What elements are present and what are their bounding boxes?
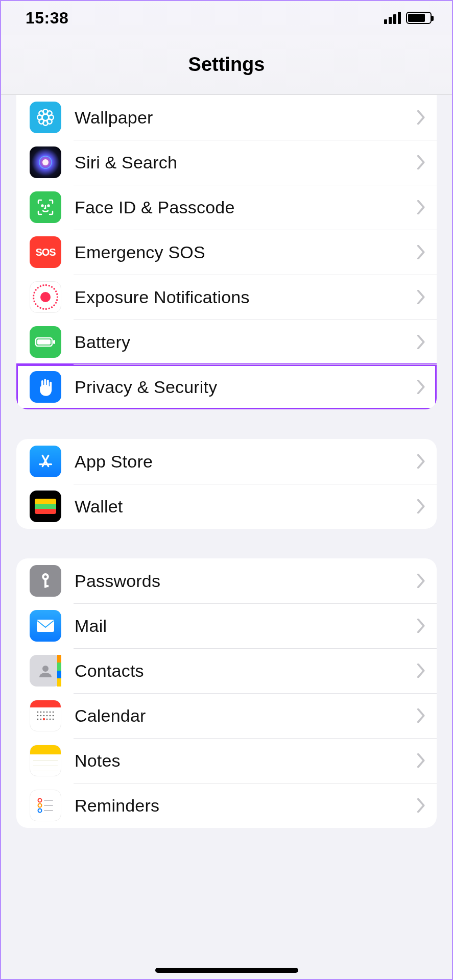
row-label: Privacy & Security [75, 377, 417, 397]
chevron-right-icon [417, 110, 425, 125]
key-icon [30, 565, 61, 597]
row-privacy-security[interactable]: Privacy & Security [16, 364, 437, 409]
svg-point-33 [53, 715, 54, 717]
svg-point-32 [50, 715, 51, 717]
reminders-icon [30, 790, 61, 821]
row-label: Passwords [75, 571, 417, 591]
chevron-right-icon [417, 454, 425, 469]
chevron-right-icon [417, 574, 425, 588]
cellular-signal-icon [384, 12, 401, 24]
settings-content: Wallpaper Siri & Search Face ID & Passco… [1, 95, 452, 828]
chevron-right-icon [417, 619, 425, 633]
svg-point-29 [40, 715, 42, 717]
row-wallpaper[interactable]: Wallpaper [16, 95, 437, 140]
wallet-icon [30, 491, 61, 522]
svg-point-34 [37, 719, 39, 720]
sos-icon: SOS [30, 236, 61, 268]
svg-point-9 [42, 159, 49, 165]
status-bar: 15:38 [1, 1, 452, 35]
exposure-notifications-icon [30, 281, 61, 313]
row-label: Emergency SOS [75, 242, 417, 262]
svg-point-26 [50, 712, 51, 713]
svg-point-38 [53, 719, 54, 720]
row-app-store[interactable]: App Store [16, 439, 437, 484]
row-exposure-notifications[interactable]: Exposure Notifications [16, 275, 437, 320]
battery-settings-icon [30, 326, 61, 358]
chevron-right-icon [417, 290, 425, 304]
chevron-right-icon [417, 708, 425, 723]
svg-rect-45 [44, 810, 53, 811]
row-label: Calendar [75, 706, 417, 726]
battery-icon [406, 12, 432, 24]
row-label: Face ID & Passcode [75, 198, 417, 217]
privacy-hand-icon [30, 371, 61, 403]
row-faceid[interactable]: Face ID & Passcode [16, 185, 437, 230]
svg-rect-44 [44, 805, 53, 806]
row-siri[interactable]: Siri & Search [16, 140, 437, 185]
status-indicators [384, 12, 432, 24]
svg-point-31 [46, 715, 48, 717]
svg-point-41 [38, 804, 42, 807]
row-label: Exposure Notifications [75, 287, 417, 307]
chevron-right-icon [417, 798, 425, 813]
svg-point-37 [50, 719, 51, 720]
svg-point-28 [37, 715, 39, 717]
chevron-right-icon [417, 753, 425, 768]
chevron-right-icon [417, 499, 425, 513]
row-passwords[interactable]: Passwords [16, 558, 437, 603]
svg-point-22 [37, 712, 39, 713]
chevron-right-icon [417, 664, 425, 678]
svg-rect-14 [37, 339, 51, 345]
svg-point-30 [43, 715, 45, 717]
chevron-right-icon [417, 380, 425, 394]
row-label: Wallpaper [75, 108, 417, 128]
svg-point-36 [46, 719, 48, 720]
row-calendar[interactable]: Calendar [16, 693, 437, 738]
row-label: Notes [75, 751, 417, 771]
wallpaper-icon [30, 102, 61, 133]
row-label: App Store [75, 452, 417, 472]
app-store-icon [30, 446, 61, 477]
svg-point-25 [46, 712, 48, 713]
status-time: 15:38 [26, 9, 68, 28]
svg-point-12 [48, 205, 50, 207]
svg-point-24 [43, 712, 45, 713]
row-label: Siri & Search [75, 153, 417, 173]
row-mail[interactable]: Mail [16, 603, 437, 648]
mail-icon [30, 610, 61, 642]
settings-group-apps: Passwords Mail Contacts Calendar [16, 558, 437, 828]
row-label: Contacts [75, 661, 417, 681]
svg-rect-20 [37, 620, 54, 632]
nav-header: Settings [1, 35, 452, 95]
svg-point-21 [42, 666, 49, 672]
notes-icon [30, 745, 61, 776]
svg-rect-43 [44, 800, 53, 801]
row-label: Mail [75, 616, 417, 636]
row-label: Wallet [75, 497, 417, 517]
home-indicator[interactable] [155, 968, 298, 973]
row-label: Battery [75, 332, 417, 352]
svg-rect-19 [44, 585, 49, 587]
row-battery[interactable]: Battery [16, 320, 437, 364]
svg-point-23 [40, 712, 42, 713]
row-label: Reminders [75, 796, 417, 816]
face-id-icon [30, 191, 61, 223]
row-notes[interactable]: Notes [16, 738, 437, 783]
chevron-right-icon [417, 200, 425, 214]
chevron-right-icon [417, 155, 425, 169]
settings-group-store: App Store Wallet [16, 439, 437, 529]
svg-point-35 [40, 719, 42, 720]
row-reminders[interactable]: Reminders [16, 783, 437, 828]
svg-point-27 [53, 712, 54, 713]
row-contacts[interactable]: Contacts [16, 648, 437, 693]
siri-icon [30, 146, 61, 178]
row-emergency-sos[interactable]: SOS Emergency SOS [16, 230, 437, 275]
svg-point-40 [38, 799, 42, 802]
row-wallet[interactable]: Wallet [16, 484, 437, 529]
page-title: Settings [188, 54, 265, 76]
chevron-right-icon [417, 335, 425, 349]
svg-point-17 [44, 575, 46, 578]
contacts-icon [30, 655, 61, 687]
settings-group-general: Wallpaper Siri & Search Face ID & Passco… [16, 95, 437, 409]
chevron-right-icon [417, 245, 425, 259]
